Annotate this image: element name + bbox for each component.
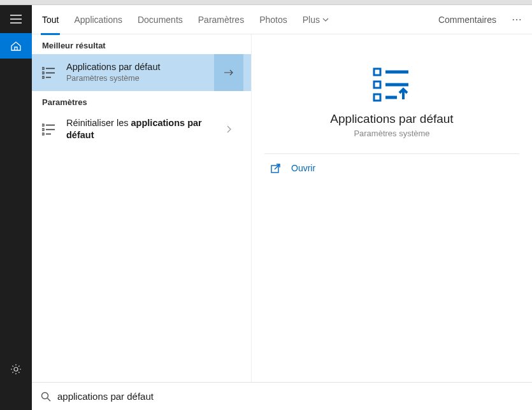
result-expand-arrow[interactable]	[214, 111, 243, 148]
tab-all[interactable]: Tout	[34, 5, 66, 34]
result-title-prefix: Réinitialiser les	[66, 118, 131, 128]
hamburger-icon	[10, 15, 22, 24]
tab-label-all: Tout	[42, 15, 59, 25]
section-settings: Paramètres	[32, 91, 251, 111]
tab-label-more: Plus	[303, 15, 320, 25]
results-panel: Meilleur résultat Application	[32, 34, 251, 382]
more-horizontal-icon: ⋯	[512, 14, 523, 25]
svg-line-21	[48, 398, 51, 401]
feedback-link[interactable]: Commentaires	[429, 5, 505, 34]
tab-more[interactable]: Plus	[295, 5, 336, 34]
detail-subtitle: Paramètres système	[252, 129, 532, 138]
feedback-label: Commentaires	[438, 15, 496, 25]
tab-label-settings: Paramètres	[198, 15, 244, 25]
tab-label-apps: Applications	[74, 15, 122, 25]
svg-rect-2	[42, 72, 44, 74]
chevron-right-icon	[226, 125, 231, 133]
svg-rect-3	[42, 76, 44, 78]
open-label: Ouvrir	[291, 163, 315, 173]
detail-panel: Applications par défaut Paramètres systè…	[251, 34, 532, 382]
svg-point-20	[42, 392, 48, 399]
tab-settings[interactable]: Paramètres	[191, 5, 252, 34]
result-best-default-apps[interactable]: Applications par défaut Paramètres systè…	[32, 54, 251, 91]
svg-rect-15	[374, 94, 380, 101]
tab-photos[interactable]: Photos	[252, 5, 295, 34]
result-reset-default-apps[interactable]: Réinitialiser les applications par défau…	[32, 111, 251, 148]
detail-title: Applications par défaut	[252, 112, 532, 126]
svg-rect-7	[42, 124, 44, 126]
filter-tabs: Tout Applications Documents Paramètres P…	[32, 5, 532, 34]
search-icon	[41, 392, 51, 402]
tab-label-photos: Photos	[259, 15, 287, 25]
settings-nav[interactable]	[0, 357, 32, 382]
svg-point-0	[14, 367, 18, 371]
gear-icon	[10, 364, 22, 375]
default-apps-large-icon	[371, 66, 412, 102]
svg-rect-13	[374, 69, 380, 75]
svg-rect-1	[42, 67, 44, 69]
chevron-down-icon	[322, 18, 329, 22]
settings-result-icon	[42, 123, 56, 136]
result-title: Réinitialiser les applications par défau…	[66, 117, 206, 141]
settings-result-icon	[42, 66, 56, 79]
result-expand-arrow[interactable]	[214, 54, 243, 91]
svg-rect-14	[374, 81, 380, 88]
svg-rect-9	[42, 133, 44, 135]
tab-apps[interactable]: Applications	[66, 5, 130, 34]
hamburger-menu[interactable]	[0, 5, 32, 33]
search-bar	[32, 382, 532, 410]
home-nav[interactable]	[0, 33, 32, 59]
open-icon	[271, 163, 281, 173]
sidebar	[0, 5, 32, 410]
tab-label-docs: Documents	[138, 15, 183, 25]
open-action[interactable]: Ouvrir	[252, 154, 532, 182]
result-title: Applications par défaut	[66, 61, 206, 73]
search-input[interactable]	[57, 391, 523, 402]
svg-rect-8	[42, 129, 44, 131]
tab-docs[interactable]: Documents	[130, 5, 191, 34]
section-best-result: Meilleur résultat	[32, 34, 251, 54]
arrow-right-icon	[224, 69, 234, 76]
more-options[interactable]: ⋯	[505, 13, 529, 25]
result-subtitle: Paramètres système	[66, 73, 206, 83]
home-icon	[10, 40, 22, 52]
